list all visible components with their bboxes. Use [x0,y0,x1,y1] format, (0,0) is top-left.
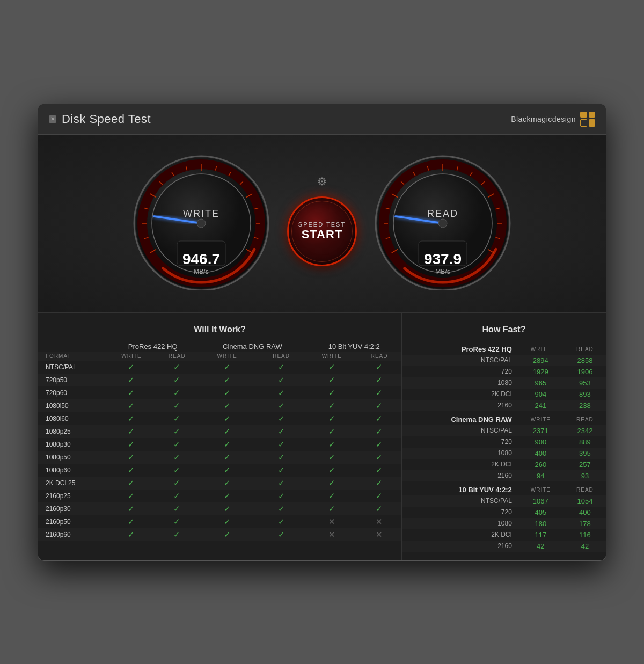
check-cell: ✓ [198,464,255,477]
check-cell: ✓ [357,438,401,451]
hf-read-value: 400 [564,507,606,518]
check-cell: ✓ [198,490,255,502]
table-row: 1080p50✓✓✓✓✓✓ [38,451,401,464]
hf-res-label: 2160 [402,470,517,481]
format-cell: 1080p30 [38,438,107,451]
hf-data-row: 21609493 [402,470,606,481]
hf-write-value: 1929 [517,366,564,377]
how-fast-table: ProRes 422 HQWRITEREADNTSC/PAL2894285872… [402,341,606,552]
read-gauge-container: READ 937.9 MB/s [368,151,518,290]
hf-res-label: NTSC/PAL [402,425,517,436]
check-cell: ✓ [306,502,357,515]
start-button[interactable]: SPEED TEST START [287,196,357,266]
check-cell: ✓ [107,515,156,528]
svg-point-24 [197,219,206,228]
check-cell: ✓ [107,490,156,502]
format-cell: 1080p25 [38,425,107,438]
hf-res-label: NTSC/PAL [402,495,517,507]
check-cell: ✓ [198,515,255,528]
cdng-read-header: READ [256,352,307,361]
hf-read-value: 42 [564,541,606,552]
table-row: 2160p30✓✓✓✓✓✓ [38,502,401,515]
hf-data-row: 21604242 [402,541,606,552]
hf-write-col-header: WRITE [517,411,564,425]
brand-area: Blackmagicdesign [511,112,595,127]
app-title: Disk Speed Test [62,112,151,126]
check-cell: ✓ [306,425,357,438]
check-cell: ✓ [306,399,357,412]
check-cell: ✓ [256,386,307,399]
check-cell: ✓ [156,451,198,464]
check-cell: ✓ [357,399,401,412]
brand-logo-cell-3 [580,119,587,127]
hf-write-col-header: WRITE [517,341,564,355]
check-cell: ✓ [256,464,307,477]
check-cell: ✓ [256,438,307,451]
brand-name: Blackmagicdesign [511,115,576,123]
check-cell: ✓ [156,502,198,515]
check-cell: ✓ [357,502,401,515]
check-cell: ✓ [107,464,156,477]
check-cell: ✓ [357,477,401,490]
hf-group-name: Cinema DNG RAW [402,411,517,425]
hf-write-value: 400 [517,448,564,459]
check-cell: ✓ [156,361,198,374]
check-cell: ✓ [357,451,401,464]
check-cell: ✓ [198,374,255,386]
check-cell: ✓ [306,477,357,490]
brand-logo-cell-2 [589,112,596,118]
check-cell: ✓ [156,374,198,386]
table-row: 1080i60✓✓✓✓✓✓ [38,412,401,425]
brand-logo-cell-1 [580,112,587,118]
pres422-header: ProRes 422 HQ [107,341,199,352]
hf-data-row: 1080965953 [402,377,606,389]
check-cell: ✓ [107,477,156,490]
check-cell: ✓ [156,490,198,502]
hf-data-row: 2160241238 [402,400,606,411]
hf-read-value: 889 [564,436,606,448]
hf-res-label: 2K DCI [402,529,517,541]
hf-write-value: 180 [517,518,564,529]
check-cell: ✓ [107,399,156,412]
brand-logo [580,112,595,127]
check-cell: ✓ [107,425,156,438]
check-cell: ✓ [256,502,307,515]
check-cell: ✓ [107,502,156,515]
check-cell: ✓ [107,361,156,374]
hf-res-label: 720 [402,366,517,377]
hf-res-label: 2K DCI [402,459,517,470]
check-cell: ✓ [198,412,255,425]
read-value: 937.9 [424,252,462,267]
table-row: 2K DCI 25✓✓✓✓✓✓ [38,477,401,490]
hf-read-col-header: READ [564,481,606,495]
check-cell: ✓ [198,386,255,399]
check-cell: ✓ [256,451,307,464]
gauges-section: WRITE 946.7 MB/s ⚙ SPEED TEST START [38,135,606,313]
close-button[interactable]: ✕ [49,115,56,123]
hf-data-row: NTSC/PAL10671054 [402,495,606,507]
format-cell: 720p60 [38,386,107,399]
hf-res-label: 1080 [402,518,517,529]
hf-res-label: 720 [402,507,517,518]
check-cell: ✓ [357,386,401,399]
check-cell: ✓ [156,477,198,490]
format-cell: 2160p25 [38,490,107,502]
hf-write-value: 241 [517,400,564,411]
table-row: 1080p60✓✓✓✓✓✓ [38,464,401,477]
hf-read-value: 116 [564,529,606,541]
check-cell: ✓ [357,490,401,502]
table-row: 2160p25✓✓✓✓✓✓ [38,490,401,502]
hf-write-col-header: WRITE [517,481,564,495]
settings-icon[interactable]: ⚙ [317,175,327,188]
format-cell: 2160p60 [38,528,107,541]
check-cell: ✓ [198,438,255,451]
hf-write-value: 117 [517,529,564,541]
will-it-work-title: Will It Work? [38,322,401,341]
start-button-area: ⚙ SPEED TEST START [287,175,357,266]
check-cell: ✓ [357,361,401,374]
check-cell: ✓ [198,361,255,374]
hf-data-row: 720900889 [402,436,606,448]
hf-write-value: 965 [517,377,564,389]
hf-write-value: 2894 [517,355,564,366]
table-row: 1080p25✓✓✓✓✓✓ [38,425,401,438]
